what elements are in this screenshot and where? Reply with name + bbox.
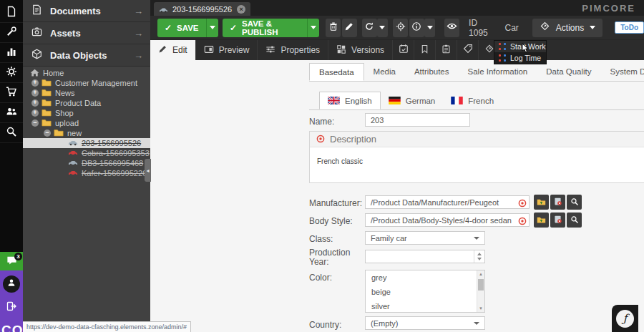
info-button[interactable]	[409, 19, 424, 37]
tree-node-db3[interactable]: DB3-1566995468	[23, 158, 150, 168]
open-object-tab[interactable]: 203-1566995526	[154, 2, 250, 16]
rail-item-notes[interactable]	[0, 3, 23, 23]
delete-button[interactable]	[326, 19, 341, 37]
list-item[interactable]: grey	[366, 270, 484, 285]
name-input[interactable]: 203	[365, 113, 470, 127]
tab-preview[interactable]: Preview	[196, 40, 258, 60]
body-style-remove-button[interactable]	[550, 213, 565, 228]
document-icon	[31, 4, 42, 18]
tab-media[interactable]: Media	[364, 63, 405, 81]
expand-icon[interactable]	[31, 109, 39, 117]
country-select[interactable]: (Empty)	[365, 316, 485, 330]
description-editor[interactable]: French classic	[310, 147, 644, 175]
tab-schedule[interactable]	[393, 40, 414, 60]
tab-reports[interactable]	[436, 40, 457, 60]
sidebar-item-assets[interactable]: Assets	[23, 22, 150, 44]
rail-item-settings[interactable]	[0, 63, 23, 83]
save-button[interactable]: SAVE	[157, 19, 206, 37]
list-item[interactable]: silver	[366, 299, 484, 313]
body-style-input[interactable]: /Product Data/Body-Styles/4-door sedan	[365, 213, 530, 227]
close-icon[interactable]	[237, 5, 245, 14]
rail-item-reports[interactable]	[0, 43, 23, 63]
save-publish-dropdown-button[interactable]	[307, 19, 319, 37]
sidebar-item-data-objects[interactable]: Data Objects	[23, 44, 150, 67]
folder-upload-icon	[537, 214, 546, 227]
extension-fab-button[interactable]	[612, 305, 638, 332]
open-preview-button[interactable]	[444, 19, 459, 37]
diamond-icon	[484, 44, 494, 57]
tree-node-product-data[interactable]: Product Data	[23, 98, 150, 108]
sidebar-item-documents[interactable]: Documents	[23, 0, 150, 22]
chevron-down-icon	[210, 26, 215, 29]
expand-icon[interactable]	[31, 89, 39, 97]
chat-button[interactable]: 3	[0, 252, 23, 270]
save-dropdown-button[interactable]	[206, 19, 218, 37]
body-style-search-button[interactable]	[567, 213, 582, 228]
save-publish-button[interactable]: SAVE & PUBLISH	[223, 19, 307, 37]
tab-data-quality[interactable]: Data Quality	[537, 63, 600, 81]
tab-system-data[interactable]: System Data	[601, 63, 644, 81]
tab-lang-german[interactable]: German	[381, 92, 444, 109]
arrow-right-icon	[134, 4, 143, 17]
rail-item-search[interactable]	[0, 123, 23, 143]
rename-button[interactable]	[342, 19, 357, 37]
collapse-icon[interactable]	[44, 130, 51, 137]
manufacturer-search-button[interactable]	[567, 195, 582, 210]
tree-node-customer-management[interactable]: Customer Management	[23, 78, 150, 88]
spinner-buttons[interactable]	[474, 250, 484, 263]
tab-sale-information[interactable]: Sale Information	[459, 63, 537, 81]
tree-node-kafer[interactable]: Kafer-1566995226	[23, 168, 150, 178]
manufacturer-open-button[interactable]	[534, 195, 549, 210]
expand-icon[interactable]	[31, 99, 39, 107]
tab-lang-english[interactable]: English	[319, 92, 381, 109]
production-year-spinner[interactable]	[365, 250, 485, 263]
diamond-icon	[540, 21, 550, 34]
production-year-label: Production Year:	[309, 248, 355, 267]
description-panel: Description French classic	[309, 131, 644, 183]
reload-button[interactable]	[362, 19, 377, 37]
logout-button[interactable]	[6, 301, 17, 315]
tab-edit[interactable]: Edit	[150, 40, 196, 60]
expand-icon[interactable]	[31, 79, 39, 87]
tree-node-upload[interactable]: upload	[23, 118, 150, 128]
actions-button[interactable]: Actions	[532, 19, 602, 37]
locate-in-tree-button[interactable]	[393, 19, 408, 37]
user-avatar[interactable]	[3, 275, 20, 293]
folder-icon	[42, 99, 52, 108]
rail-item-ecommerce[interactable]	[0, 83, 23, 103]
body-style-open-button[interactable]	[534, 213, 549, 228]
tab-versions[interactable]: Versions	[328, 40, 393, 60]
menu-item-log-time[interactable]: Log Time	[494, 52, 546, 64]
tab-attributes[interactable]: Attributes	[405, 63, 459, 81]
tree-node-cobra[interactable]: Cobra-1566995353	[23, 148, 150, 158]
tree-node-new[interactable]: new	[23, 128, 150, 138]
list-item[interactable]: beige	[366, 285, 484, 299]
tree-node-203[interactable]: 203-1566995526	[23, 138, 150, 148]
menu-item-start-work[interactable]: Start Work	[494, 41, 546, 52]
sidebar-collapse-handle[interactable]	[145, 159, 151, 182]
reload-dropdown-button[interactable]	[377, 19, 389, 37]
manufacturer-input[interactable]: /Product Data/Manufacturer/Peugeot	[365, 195, 530, 209]
tree-node-news[interactable]: News	[23, 88, 150, 98]
class-select[interactable]: Family car	[365, 231, 485, 245]
tab-properties[interactable]: Properties	[258, 40, 328, 60]
tree-node-shop[interactable]: Shop	[23, 108, 150, 118]
remove-relation-icon	[553, 196, 562, 209]
rail-item-tools[interactable]	[0, 23, 23, 43]
tab-notes[interactable]	[414, 40, 436, 60]
tab-lang-french[interactable]: French	[443, 92, 502, 109]
tab-tags[interactable]	[457, 40, 479, 60]
folder-icon	[42, 79, 52, 88]
tab-basedata[interactable]: Basedata	[309, 63, 364, 81]
tree-node-home[interactable]: Home	[23, 68, 150, 78]
rail-item-users[interactable]	[0, 103, 23, 123]
manufacturer-remove-button[interactable]	[550, 195, 565, 210]
scrollbar-thumb[interactable]	[478, 279, 484, 290]
scroll-up-icon	[479, 272, 483, 276]
info-dropdown-button[interactable]	[424, 19, 436, 37]
listbox-scrollbar[interactable]	[477, 270, 484, 312]
refresh-icon	[364, 21, 374, 34]
color-listbox[interactable]: grey beige silver	[365, 270, 485, 313]
grid-icon	[336, 44, 346, 57]
collapse-icon[interactable]	[31, 119, 39, 127]
